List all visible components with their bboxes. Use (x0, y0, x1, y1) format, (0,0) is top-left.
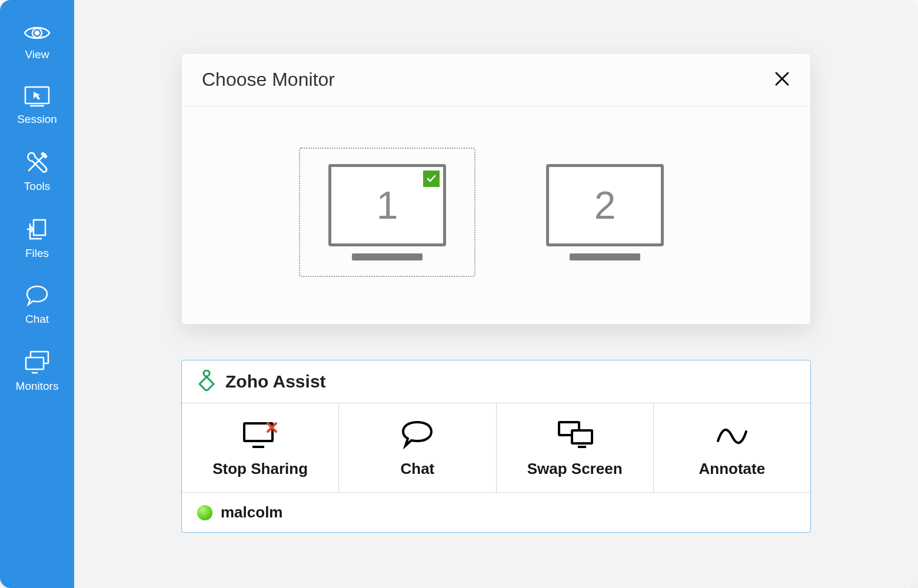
sidebar-item-session[interactable]: Session (17, 86, 57, 126)
swap-screen-button[interactable]: Swap Screen (497, 403, 654, 492)
chat-button[interactable]: Chat (339, 403, 496, 492)
monitor-icon: 2 (546, 164, 664, 260)
chat-icon (25, 285, 49, 307)
monitor-icon: 1 (328, 164, 446, 260)
sidebar-item-label: View (25, 48, 49, 61)
monitor-option-1[interactable]: 1 (299, 148, 475, 277)
chat-bubble-icon (400, 420, 435, 452)
action-label: Swap Screen (527, 460, 623, 478)
main-area: Choose Monitor 1 (74, 0, 918, 588)
zoho-assist-logo-icon (195, 370, 218, 393)
sidebar-item-label: Files (25, 247, 49, 260)
stop-sharing-icon (241, 420, 280, 452)
sidebar-item-label: Monitors (16, 380, 59, 393)
sidebar-item-view[interactable]: View (24, 24, 51, 61)
monitor-number: 2 (594, 183, 616, 228)
svg-point-1 (35, 31, 39, 35)
monitor-option-2[interactable]: 2 (517, 148, 693, 277)
svg-point-10 (204, 370, 209, 376)
action-label: Stop Sharing (212, 460, 308, 478)
app-window: View Session Tools (0, 0, 918, 588)
choose-monitor-dialog: Choose Monitor 1 (181, 53, 811, 325)
annotate-button[interactable]: Annotate (654, 403, 810, 492)
sidebar-item-files[interactable]: Files (25, 218, 49, 260)
action-label: Chat (400, 460, 434, 478)
dialog-header: Choose Monitor (182, 54, 810, 106)
action-label: Annotate (699, 460, 766, 478)
close-icon (774, 79, 790, 89)
sidebar-item-chat[interactable]: Chat (25, 285, 49, 326)
monitors-icon (24, 350, 51, 374)
toolbar-actions: Stop Sharing Chat (182, 403, 810, 493)
svg-line-4 (29, 154, 45, 171)
files-icon (25, 218, 49, 241)
user-row: malcolm (182, 493, 810, 532)
tools-icon (25, 151, 49, 174)
assist-toolbar: Zoho Assist Stop Sharin (181, 360, 811, 533)
monitor-cursor-icon (24, 86, 50, 107)
sidebar-item-label: Chat (25, 313, 49, 326)
sidebar: View Session Tools (0, 0, 74, 588)
eye-icon (24, 24, 51, 42)
toolbar-header: Zoho Assist (182, 360, 810, 403)
sidebar-item-tools[interactable]: Tools (24, 151, 50, 193)
sidebar-item-label: Session (17, 113, 57, 126)
annotate-icon (714, 420, 750, 452)
status-online-icon (197, 505, 212, 520)
sidebar-item-monitors[interactable]: Monitors (16, 350, 59, 393)
selected-check-icon (423, 171, 440, 187)
brand-name: Zoho Assist (225, 372, 326, 392)
stop-sharing-button[interactable]: Stop Sharing (182, 403, 339, 492)
swap-screen-icon (556, 420, 594, 452)
svg-rect-16 (572, 430, 592, 443)
dialog-title: Choose Monitor (202, 69, 335, 91)
monitor-options: 1 2 (182, 106, 810, 324)
close-button[interactable] (774, 71, 790, 89)
sidebar-item-label: Tools (24, 180, 50, 193)
svg-rect-6 (26, 358, 44, 369)
user-name: malcolm (221, 503, 283, 522)
monitor-number: 1 (377, 183, 398, 228)
